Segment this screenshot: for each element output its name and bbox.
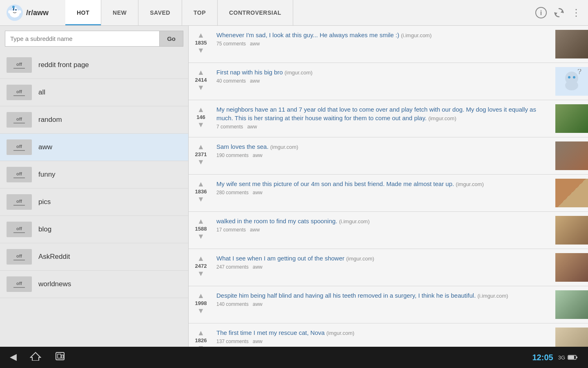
post-subreddit[interactable]: aww — [253, 301, 263, 307]
nav-tabs: HOT NEW SAVED TOP CONTROVERSIAL — [65, 0, 529, 25]
post-subreddit[interactable]: aww — [253, 190, 263, 195]
sidebar-item-funny[interactable]: off funny — [0, 161, 188, 188]
post-comments[interactable]: 137 comments — [216, 339, 249, 344]
vote-count: 1835 — [195, 40, 207, 46]
downvote-button[interactable]: ▼ — [197, 195, 205, 203]
downvote-button[interactable]: ▼ — [197, 233, 205, 240]
post-comments[interactable]: 247 comments — [216, 264, 249, 270]
post-source: (imgur.com) — [346, 256, 374, 262]
post-comments[interactable]: 7 comments — [216, 124, 243, 130]
post-subreddit[interactable]: aww — [247, 124, 257, 130]
tab-hot[interactable]: HOT — [65, 0, 101, 25]
vote-section: ▲ 1836 ▼ — [189, 179, 213, 207]
toggle-btn-blog[interactable]: off — [7, 222, 32, 237]
post-subreddit[interactable]: aww — [253, 264, 263, 270]
more-button[interactable]: ⋮ — [571, 7, 581, 18]
sidebar-item-pics[interactable]: off pics — [0, 188, 188, 216]
upvote-button[interactable]: ▲ — [197, 31, 205, 39]
post-comments[interactable]: 40 comments — [216, 78, 246, 84]
post-title[interactable]: The first time I met my rescue cat, Nova… — [216, 328, 552, 337]
post-subreddit[interactable]: aww — [253, 153, 263, 158]
upvote-button[interactable]: ▲ — [197, 218, 205, 225]
toggle-btn-front[interactable]: off — [7, 57, 32, 73]
recents-button[interactable] — [54, 352, 66, 363]
svg-rect-20 — [58, 354, 61, 358]
toggle-line-blog — [13, 232, 25, 233]
toggle-btn-random[interactable]: off — [7, 112, 32, 128]
sidebar-item-aww[interactable]: off aww — [0, 134, 188, 161]
sidebar-label-blog: blog — [38, 225, 51, 233]
post-comments[interactable]: 75 comments — [216, 41, 246, 47]
post-subreddit[interactable]: aww — [250, 227, 260, 233]
post-title[interactable]: What I see when I am getting out of the … — [216, 254, 552, 263]
toggle-line-worldnews — [13, 287, 25, 288]
toggle-btn-aww[interactable]: off — [7, 139, 32, 155]
post-comments[interactable]: 140 comments — [216, 301, 249, 307]
back-button[interactable]: ◀ — [10, 352, 17, 363]
post-title[interactable]: Despite him being half blind and having … — [216, 291, 552, 300]
network-indicator: 3G — [558, 355, 565, 361]
sidebar-item-blog[interactable]: off blog — [0, 216, 188, 243]
toggle-btn-all[interactable]: off — [7, 85, 32, 100]
info-button[interactable]: i — [535, 7, 547, 18]
refresh-button[interactable] — [553, 7, 565, 18]
sidebar-item-askreddit[interactable]: off AskReddit — [0, 243, 188, 271]
post-title[interactable]: walked in the room to find my cats spoon… — [216, 217, 552, 225]
post-comments[interactable]: 280 comments — [216, 190, 249, 195]
downvote-button[interactable]: ▼ — [197, 158, 205, 166]
vote-count: 2414 — [195, 77, 207, 83]
search-input[interactable] — [5, 31, 159, 47]
downvote-button[interactable]: ▼ — [197, 84, 205, 91]
sidebar-item-all[interactable]: off all — [0, 79, 188, 106]
post-content: Whenever I'm sad, I look at this guy... … — [213, 30, 555, 58]
post-comments[interactable]: 17 comments — [216, 227, 246, 233]
post-title[interactable]: Sam loves the sea. (imgur.com) — [216, 142, 552, 151]
upvote-button[interactable]: ▲ — [197, 255, 205, 262]
sidebar-item-random[interactable]: off random — [0, 106, 188, 134]
toggle-btn-askreddit[interactable]: off — [7, 249, 32, 265]
post-title[interactable]: First nap with his big bro (imgur.com) — [216, 68, 552, 76]
downvote-button[interactable]: ▼ — [197, 47, 205, 54]
downvote-button[interactable]: ▼ — [197, 270, 205, 277]
upvote-button[interactable]: ▲ — [197, 143, 205, 150]
tab-top[interactable]: TOP — [182, 0, 218, 25]
upvote-button[interactable]: ▲ — [197, 292, 205, 299]
info-icon: i — [535, 7, 547, 18]
downvote-button[interactable]: ▼ — [197, 121, 205, 128]
post-subreddit[interactable]: aww — [253, 339, 263, 344]
upvote-button[interactable]: ▲ — [197, 69, 205, 76]
toggle-btn-pics[interactable]: off — [7, 194, 32, 210]
post-title[interactable]: My neighbors have an 11 and 7 year old t… — [216, 105, 552, 122]
post-subreddit[interactable]: aww — [250, 78, 260, 84]
tab-saved[interactable]: SAVED — [138, 0, 182, 25]
post-title[interactable]: My wife sent me this picture of our 4m s… — [216, 180, 552, 188]
sidebar-label-worldnews: worldnews — [38, 280, 71, 288]
post-meta: 280 comments aww — [216, 190, 552, 195]
upvote-button[interactable]: ▲ — [197, 180, 205, 188]
home-button[interactable] — [30, 352, 41, 363]
post-subreddit[interactable]: aww — [250, 41, 260, 47]
toggle-btn-funny[interactable]: off — [7, 167, 32, 182]
upvote-button[interactable]: ▲ — [197, 329, 205, 337]
post-comments[interactable]: 190 comments — [216, 153, 249, 158]
post-thumb — [555, 328, 588, 347]
post-source: (i.imgur.com) — [401, 32, 432, 38]
sidebar-item-front[interactable]: off reddit front page — [0, 52, 188, 79]
post-source: (imgur.com) — [270, 144, 298, 150]
toggle-btn-worldnews[interactable]: off — [7, 276, 32, 292]
tab-controversial[interactable]: CONTROVERSIAL — [218, 0, 293, 25]
svg-text:i: i — [540, 9, 542, 16]
post-item: ▲ 1835 ▼ Whenever I'm sad, I look at thi… — [189, 26, 588, 63]
vote-count: 146 — [196, 114, 205, 120]
tab-new[interactable]: NEW — [101, 0, 138, 25]
post-title[interactable]: Whenever I'm sad, I look at this guy... … — [216, 31, 552, 39]
search-go-button[interactable]: Go — [159, 31, 183, 47]
upvote-button[interactable]: ▲ — [197, 106, 205, 113]
sidebar: Go off reddit front page off all off ran… — [0, 26, 189, 347]
post-content: My neighbors have an 11 and 7 year old t… — [213, 104, 555, 133]
svg-point-14 — [565, 81, 578, 90]
downvote-button[interactable]: ▼ — [197, 307, 205, 314]
sidebar-item-worldnews[interactable]: off worldnews — [0, 271, 188, 298]
svg-point-16 — [573, 76, 575, 79]
vote-count: 2472 — [195, 263, 207, 269]
